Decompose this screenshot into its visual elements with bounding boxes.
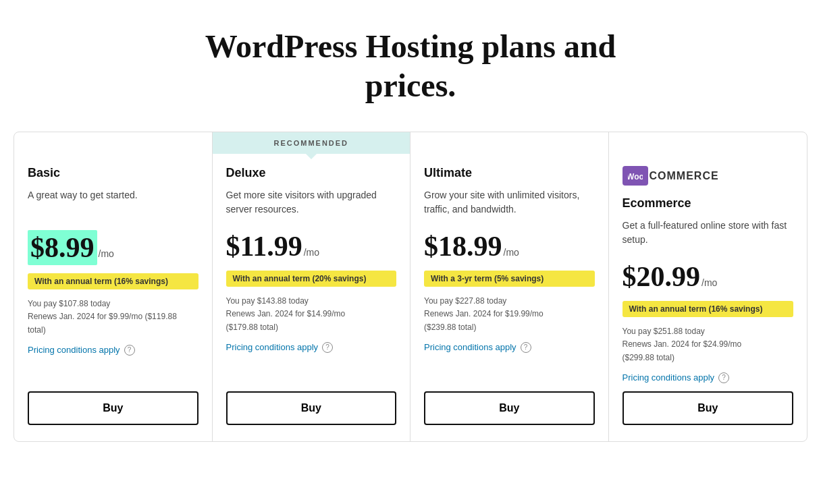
plan-description: A great way to get started. bbox=[28, 188, 198, 222]
price-amount: $8.99 bbox=[28, 230, 97, 265]
pricing-conditions-link[interactable]: Pricing conditions apply ? bbox=[226, 342, 397, 353]
price-amount: $18.99 bbox=[424, 230, 502, 262]
pricing-conditions-text: Pricing conditions apply bbox=[226, 342, 319, 352]
svg-text:Woo: Woo bbox=[628, 172, 643, 181]
price-row: $8.99 /mo bbox=[28, 230, 198, 265]
billing-info: You pay $251.88 today Renews Jan. 2024 f… bbox=[623, 325, 794, 364]
pricing-conditions-text: Pricing conditions apply bbox=[623, 372, 715, 383]
pricing-conditions-link[interactable]: Pricing conditions apply ? bbox=[28, 345, 198, 356]
plan-name: Ecommerce bbox=[623, 196, 794, 211]
plan-description: Grow your site with unlimited visitors, … bbox=[424, 188, 595, 222]
help-icon[interactable]: ? bbox=[521, 342, 531, 353]
savings-badge: With an annual term (16% savings) bbox=[623, 301, 794, 317]
woo-bag-icon: Woo bbox=[623, 166, 648, 186]
woo-logo: Woo COMMERCE bbox=[623, 166, 794, 186]
help-icon[interactable]: ? bbox=[322, 342, 333, 353]
woo-commerce-text: COMMERCE bbox=[650, 170, 719, 182]
pricing-conditions-link[interactable]: Pricing conditions apply ? bbox=[623, 372, 794, 383]
price-row: $20.99 /mo bbox=[623, 260, 794, 293]
recommended-badge: RECOMMENDED bbox=[213, 132, 410, 154]
plan-description: Get a full-featured online store with fa… bbox=[623, 219, 794, 252]
price-period: /mo bbox=[99, 248, 114, 259]
buy-button[interactable]: Buy bbox=[424, 391, 595, 425]
plan-card-basic: Basic A great way to get started. $8.99 … bbox=[14, 132, 213, 441]
price-amount: $20.99 bbox=[623, 260, 701, 293]
billing-info: You pay $143.88 today Renews Jan. 2024 f… bbox=[226, 295, 397, 334]
pricing-conditions-text: Pricing conditions apply bbox=[424, 342, 517, 352]
savings-badge: With a 3-yr term (5% savings) bbox=[424, 271, 595, 287]
plan-name: Basic bbox=[28, 166, 198, 180]
page-title: WordPress Hosting plans and prices. bbox=[14, 27, 807, 105]
plans-container: Basic A great way to get started. $8.99 … bbox=[14, 132, 807, 442]
help-icon[interactable]: ? bbox=[718, 372, 729, 383]
price-row: $11.99 /mo bbox=[226, 230, 397, 262]
price-amount: $11.99 bbox=[226, 230, 302, 262]
price-period: /mo bbox=[701, 277, 717, 288]
billing-info: You pay $107.88 today Renews Jan. 2024 f… bbox=[28, 298, 198, 337]
help-icon[interactable]: ? bbox=[124, 345, 135, 356]
price-row: $18.99 /mo bbox=[424, 230, 595, 262]
plan-card-deluxe: RECOMMENDED Deluxe Get more site visitor… bbox=[213, 132, 411, 441]
billing-info: You pay $227.88 today Renews Jan. 2024 f… bbox=[424, 295, 595, 334]
page-wrapper: WordPress Hosting plans and prices. Basi… bbox=[0, 0, 821, 469]
savings-badge: With an annual term (16% savings) bbox=[28, 273, 198, 289]
savings-badge: With an annual term (20% savings) bbox=[226, 271, 397, 287]
buy-button[interactable]: Buy bbox=[226, 391, 397, 425]
plan-card-ecommerce: Woo COMMERCE Ecommerce Get a full-featur… bbox=[609, 132, 807, 441]
buy-button[interactable]: Buy bbox=[623, 391, 794, 425]
plan-card-ultimate: Ultimate Grow your site with unlimited v… bbox=[410, 132, 609, 441]
price-period: /mo bbox=[504, 247, 519, 258]
price-period: /mo bbox=[304, 247, 319, 258]
plan-name: Ultimate bbox=[424, 166, 595, 180]
plan-name: Deluxe bbox=[226, 166, 397, 180]
plan-description: Get more site visitors with upgraded ser… bbox=[226, 188, 397, 222]
pricing-conditions-link[interactable]: Pricing conditions apply ? bbox=[424, 342, 595, 353]
buy-button[interactable]: Buy bbox=[28, 391, 198, 425]
pricing-conditions-text: Pricing conditions apply bbox=[28, 345, 120, 355]
